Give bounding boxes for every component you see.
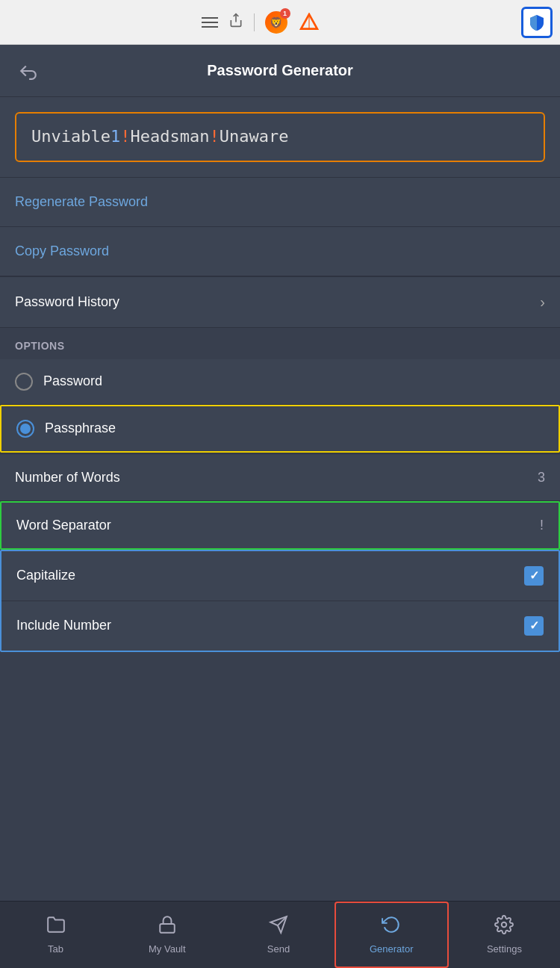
num-words-value: 3 (538, 470, 545, 485)
brave-icon[interactable]: 🦁 1 (265, 11, 287, 34)
bitwarden-button[interactable] (521, 7, 553, 38)
word-separator-row[interactable]: Word Separator ! (0, 501, 560, 550)
include-number-row[interactable]: Include Number (1, 601, 559, 651)
pw-part-2: 1 (111, 127, 120, 146)
settings-group: Number of Words 3 Word Separator ! (0, 455, 560, 550)
num-words-row[interactable]: Number of Words 3 (0, 455, 560, 501)
word-separator-label: Word Separator (16, 518, 111, 533)
nav-send[interactable]: Send (223, 902, 334, 968)
app-container: Password Generator Unviable1!Headsman!Un… (0, 45, 560, 968)
nav-tab-label: Tab (48, 943, 63, 955)
pw-part-1: Unviable (31, 127, 111, 146)
back-icon[interactable] (15, 58, 42, 84)
svg-point-6 (502, 922, 507, 928)
radio-passphrase-label: Passphrase (45, 421, 116, 436)
password-history-label: Password History (15, 294, 119, 310)
radio-password[interactable]: Password (0, 359, 560, 405)
refresh-icon (382, 915, 401, 939)
share-icon[interactable] (228, 13, 243, 31)
gear-icon (494, 915, 514, 939)
password-type-group: Password Passphrase (0, 359, 560, 453)
send-icon (269, 915, 288, 939)
triforce-icon[interactable] (298, 11, 320, 34)
password-display: Unviable1!Headsman!Unaware (15, 112, 545, 162)
nav-vault-label: My Vault (149, 943, 186, 955)
browser-bar-icons: 🦁 1 (7, 11, 514, 34)
password-section: Unviable1!Headsman!Unaware (0, 97, 560, 178)
header: Password Generator (0, 45, 560, 97)
lock-icon (158, 915, 177, 939)
num-words-label: Number of Words (15, 470, 120, 485)
radio-password-circle (15, 373, 33, 391)
nav-generator-label: Generator (370, 943, 414, 955)
pw-part-4: Headsman (130, 127, 209, 146)
include-number-label: Include Number (16, 618, 111, 633)
nav-send-label: Send (267, 943, 290, 955)
capitalize-label: Capitalize (16, 568, 75, 583)
checkbox-group: Capitalize Include Number (0, 550, 560, 652)
browser-bar: 🦁 1 (0, 0, 560, 45)
nav-vault[interactable]: My Vault (111, 902, 223, 968)
bottom-nav: Tab My Vault Send (0, 901, 560, 968)
radio-password-label: Password (43, 373, 102, 389)
radio-passphrase[interactable]: Passphrase (0, 405, 560, 453)
separator (254, 13, 255, 31)
regenerate-password-button[interactable]: Regenerate Password (0, 178, 560, 227)
actions-section: Regenerate Password Copy Password (0, 178, 560, 277)
capitalize-checkbox[interactable] (524, 566, 544, 586)
nav-settings-label: Settings (487, 943, 522, 955)
password-history-row[interactable]: Password History › (0, 277, 560, 328)
radio-passphrase-circle (16, 420, 34, 438)
include-number-checkbox[interactable] (524, 616, 544, 636)
options-section-header: OPTIONS (0, 328, 560, 359)
pw-part-3: ! (120, 127, 130, 146)
pw-part-6: Unaware (220, 127, 289, 146)
nav-tab[interactable]: Tab (0, 902, 111, 968)
pw-part-5: ! (209, 127, 219, 146)
copy-password-button[interactable]: Copy Password (0, 227, 560, 276)
page-title: Password Generator (42, 62, 518, 79)
word-separator-value: ! (540, 518, 544, 533)
svg-rect-3 (160, 924, 175, 933)
nav-settings[interactable]: Settings (449, 902, 560, 968)
chevron-right-icon: › (540, 294, 545, 311)
nav-generator[interactable]: Generator (335, 902, 449, 968)
hamburger-icon[interactable] (202, 17, 218, 28)
capitalize-row[interactable]: Capitalize (1, 551, 559, 601)
brave-badge: 1 (280, 8, 290, 19)
folder-icon (46, 915, 66, 939)
